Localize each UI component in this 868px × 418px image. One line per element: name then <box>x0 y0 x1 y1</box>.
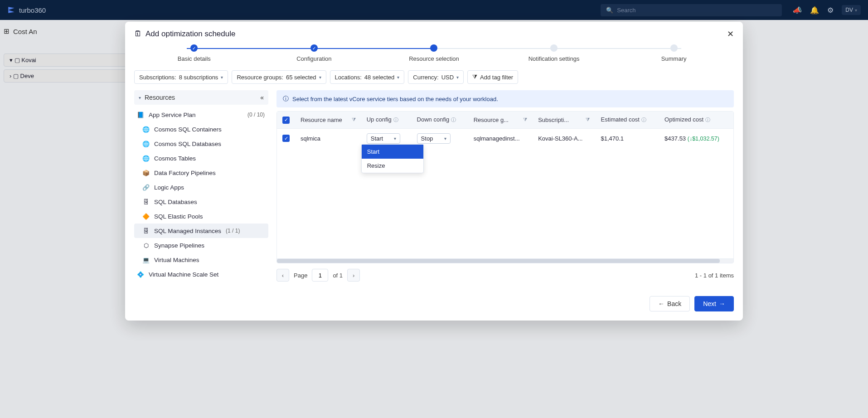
modal-overlay: 🗓 Add optimization schedule ✕ Basic deta… <box>0 0 868 20</box>
